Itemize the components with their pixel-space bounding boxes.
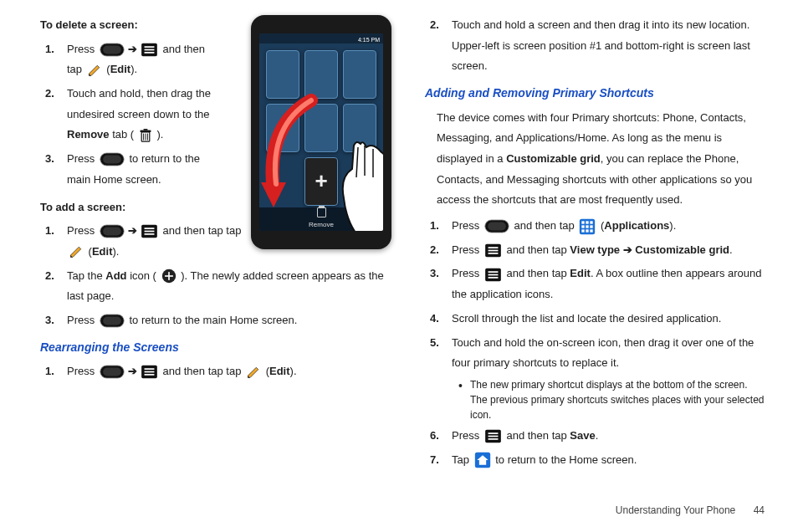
list-item: Press and then tap Edit. A box outline t… xyxy=(448,263,765,304)
remove-label: Remove xyxy=(309,218,334,231)
pencil-icon xyxy=(69,244,84,259)
screen-panel xyxy=(304,50,338,99)
menu-key-icon xyxy=(484,243,502,258)
plus-circle-icon xyxy=(161,269,176,284)
menu-key-icon xyxy=(141,224,158,238)
list-item: Press and then tap Save. xyxy=(448,426,765,447)
list-item: Press ➔ and then tap tap (Edit). xyxy=(64,361,391,382)
shortcuts-heading: Adding and Removing Primary Shortcuts xyxy=(425,82,765,105)
home-key-icon xyxy=(100,314,125,328)
pencil-icon xyxy=(87,63,102,78)
home-key-icon xyxy=(484,219,509,233)
list-item: Touch and hold a screen and then drag it… xyxy=(448,15,765,77)
list-item: Tap the Add icon ( ). The newly added sc… xyxy=(64,266,391,307)
phone-mockup: 4:15 PM + Remove xyxy=(251,15,391,249)
section-title: Understanding Your Phone xyxy=(616,504,735,516)
list-item: Press and then tap (Applications). xyxy=(448,216,765,237)
home-tile-icon xyxy=(474,452,491,468)
home-key-icon xyxy=(100,224,125,238)
status-time: 4:15 PM xyxy=(358,37,380,43)
screen-panel xyxy=(266,104,299,152)
remove-bar: Remove xyxy=(259,207,383,231)
menu-key-icon xyxy=(141,365,158,379)
trash-icon xyxy=(139,128,152,143)
list-item: Touch and hold, then drag the undesired … xyxy=(64,84,220,146)
screen-panel xyxy=(266,50,299,99)
list-item: Scroll through the list and locate the d… xyxy=(448,309,765,330)
page-number: 44 xyxy=(754,504,765,516)
home-key-icon xyxy=(100,43,125,57)
screen-panel xyxy=(304,104,338,152)
list-item: Tap to return to the Home screen. xyxy=(448,450,765,471)
pencil-icon xyxy=(246,365,261,380)
page-footer: Understanding Your Phone 44 xyxy=(616,501,765,520)
menu-key-icon xyxy=(484,268,502,282)
home-key-icon xyxy=(100,365,125,379)
list-item: Press to return to the main Home screen. xyxy=(64,149,220,190)
home-key-icon xyxy=(100,152,125,166)
menu-key-icon xyxy=(484,429,502,443)
screen-panel xyxy=(343,104,376,152)
menu-key-icon xyxy=(141,43,158,57)
list-item: Press ➔ and then tap (Edit). xyxy=(64,39,220,80)
add-panel: + xyxy=(304,157,338,206)
trash-icon xyxy=(317,207,326,217)
list-item: Press ➔ and then tap tap (Edit). xyxy=(64,221,243,262)
screen-panel xyxy=(343,50,376,99)
list-item: Touch and hold the on-screen icon, then … xyxy=(448,333,765,422)
list-item: Press and then tap View type ➔ Customiza… xyxy=(448,240,765,261)
intro-text: The device comes with four Primary short… xyxy=(425,108,765,211)
apps-grid-icon xyxy=(579,218,596,235)
list-item: Press to return to the main Home screen. xyxy=(64,310,391,331)
sub-bullet: The new primary shortcut displays at the… xyxy=(470,377,765,422)
rearranging-heading: Rearranging the Screens xyxy=(40,336,391,359)
